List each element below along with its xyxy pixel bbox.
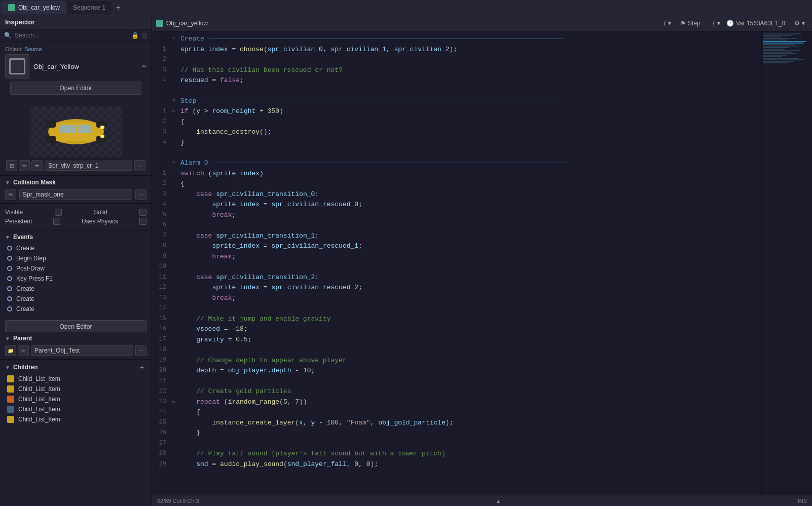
main-layout: Inspector 🔍 🔒 ☰ Object: Source Obj_car_Y…	[0, 15, 812, 506]
nav-flag-button[interactable]: ⚑ Step	[677, 19, 704, 28]
parent-name-input[interactable]	[31, 345, 133, 356]
sprite-pen-button[interactable]: ✒	[31, 160, 43, 171]
code-line: 25 instance_create_layer(x, y - 100, "Fo…	[152, 417, 761, 428]
event-item-create3[interactable]: Create	[5, 294, 146, 303]
nav-label: Step	[688, 20, 700, 27]
step-collapse-button[interactable]: ▽	[172, 96, 180, 105]
persistent-checkbox[interactable]	[53, 218, 60, 225]
repeat-collapse-button[interactable]: ▭	[172, 397, 180, 406]
event-item-post-draw[interactable]: Post-Draw	[5, 264, 146, 273]
event-item-create4[interactable]: Create	[5, 304, 146, 314]
section-create-marker: ▽ Create	[152, 33, 761, 44]
sprite-name-input[interactable]	[45, 161, 132, 171]
section-alarm0-marker: ▽ Alarm 0	[152, 158, 761, 168]
child-list-item[interactable]: Child_List_Item	[5, 394, 146, 404]
collision-more-button[interactable]: ···	[135, 189, 146, 200]
search-icon: 🔍	[4, 32, 12, 39]
event-name: Create	[16, 245, 34, 252]
child-list-item[interactable]: Child_List_Item	[5, 404, 146, 414]
toolbar-settings-group: ⚙ ▾	[791, 19, 808, 28]
events-list: Create Begin Step Post-Draw Key Pre	[5, 244, 146, 314]
minimap-line	[763, 47, 789, 48]
car-sprite	[41, 111, 112, 152]
children-add-button[interactable]: +	[137, 363, 146, 372]
tab-obj-car-yellow[interactable]: Obj_car_yellow	[2, 1, 66, 14]
visible-checkbox[interactable]	[55, 209, 62, 216]
code-line: 3 // Has this civilian been rescued or n…	[152, 65, 761, 75]
parent-folder-button[interactable]: 📁	[5, 345, 16, 356]
object-edit-button[interactable]: ✏	[142, 63, 146, 70]
var-prev-button[interactable]: ⟨ ▾	[710, 19, 723, 28]
child-name: Child_List_Item	[18, 416, 60, 423]
minimap-line	[763, 40, 787, 41]
code-line: 1 ▭ switch (sprite_index)	[152, 168, 761, 179]
cursor-position: 62/89 Col:9 Ch:3	[157, 498, 199, 504]
alarm0-collapse-button[interactable]: ▽	[172, 158, 180, 167]
sprite-edit-button[interactable]: ✏	[19, 160, 30, 171]
code-line: 18	[152, 344, 761, 355]
open-editor-button[interactable]: Open Editor	[10, 82, 141, 95]
code-editor[interactable]: ▽ Create 1 sprite_index = choose(spr_civ…	[152, 31, 761, 495]
svg-rect-4	[46, 121, 56, 128]
collision-row: ✏ ···	[5, 189, 146, 200]
sprite-grid-button[interactable]: ⊞	[6, 160, 17, 171]
if-collapse-button[interactable]: ▭	[172, 106, 180, 115]
object-label: Object: Source	[5, 46, 146, 52]
event-bullet-icon	[7, 296, 12, 301]
tab-label: Obj_car_yellow	[18, 4, 60, 11]
tab-add-button[interactable]: +	[113, 2, 124, 13]
code-line: 8 sprite_index = spr_civilian_rescued_1;	[152, 241, 761, 251]
event-item-create2[interactable]: Create	[5, 284, 146, 293]
settings-button[interactable]: ⚙ ▾	[791, 19, 808, 28]
sprite-preview-section: ⊞ ✏ ✒ ···	[0, 102, 152, 176]
minimap-line	[763, 38, 797, 39]
menu-icon[interactable]: ☰	[142, 32, 147, 39]
event-bullet-icon	[7, 266, 12, 271]
event-bullet-icon	[7, 246, 12, 251]
code-lines: ▽ Create 1 sprite_index = choose(spr_civ…	[152, 31, 761, 471]
uses-physics-label: Uses Physics	[82, 218, 118, 225]
code-line: 24 {	[152, 407, 761, 417]
uses-physics-checkbox[interactable]	[139, 218, 146, 225]
var-display: 🕐 Var 1563A63E1_0	[726, 20, 785, 27]
svg-rect-6	[46, 136, 56, 143]
parent-edit-button[interactable]: ✏	[18, 345, 29, 356]
events-open-editor-button[interactable]: Open Editor	[5, 320, 146, 332]
events-header[interactable]: ▼ Events	[5, 233, 146, 241]
event-item-create[interactable]: Create	[5, 244, 146, 253]
child-list-item[interactable]: Child_List_Item	[5, 414, 146, 424]
tab-sequence-1[interactable]: Sequence 1	[67, 1, 112, 14]
collapse-arrow-icon: ▼	[5, 180, 10, 185]
minimap-highlight	[763, 41, 806, 42]
parent-icons: 📁 ✏	[5, 345, 29, 356]
inspector-title: Inspector	[5, 18, 35, 26]
lock-icon[interactable]: 🔒	[131, 32, 139, 39]
collision-name-input[interactable]	[19, 189, 132, 200]
code-line: 26 }	[152, 427, 761, 438]
solid-checkbox[interactable]	[139, 209, 146, 216]
collision-mask-header[interactable]: ▼ Collision Mask	[5, 179, 146, 186]
children-list: Child_List_Item Child_List_Item Child_Li…	[5, 374, 146, 424]
tab-label-2: Sequence 1	[73, 4, 105, 11]
code-line: 4 rescued = false;	[152, 75, 761, 86]
event-item-key-press[interactable]: Key Press F1	[5, 274, 146, 283]
sprite-more-button[interactable]: ···	[134, 160, 145, 171]
event-item-begin-step[interactable]: Begin Step	[5, 254, 146, 263]
search-input[interactable]	[15, 32, 128, 39]
child-name: Child_List_Item	[18, 375, 60, 382]
child-list-item[interactable]: Child_List_Item	[5, 374, 146, 384]
child-list-item[interactable]: Child_List_Item	[5, 384, 146, 394]
minimap-line	[763, 55, 787, 56]
collision-edit-button[interactable]: ✏	[5, 189, 16, 200]
children-section-header[interactable]: ▼ Children	[5, 364, 38, 371]
minimap-line	[763, 49, 785, 50]
parent-header[interactable]: ▼ Parent	[5, 335, 146, 342]
code-line: 15 // Make it jump and enable gravity	[152, 314, 761, 324]
switch-collapse-button[interactable]: ▭	[172, 168, 180, 177]
svg-rect-3	[77, 125, 91, 133]
create-collapse-button[interactable]: ▽	[172, 33, 180, 43]
nav-prev-button[interactable]: ⟨ ▾	[660, 19, 674, 28]
code-line: 1 ▭ if (y > room_height + 350)	[152, 106, 761, 116]
parent-more-button[interactable]: ···	[135, 345, 146, 356]
sprite-preview	[30, 106, 122, 157]
